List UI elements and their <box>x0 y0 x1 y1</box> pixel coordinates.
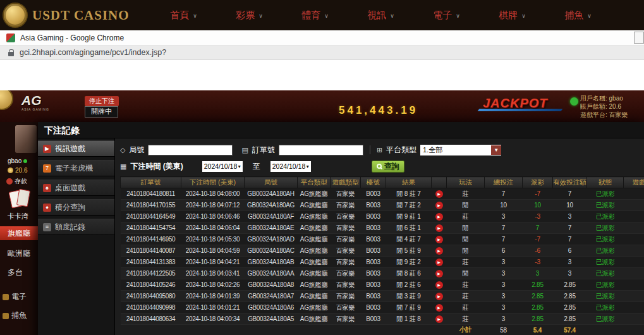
flagship-hall-button[interactable]: 旗艦廳 <box>0 226 38 240</box>
chevron-down-icon: ∨ <box>390 13 394 19</box>
nav-item[interactable]: 體育∨ <box>283 9 348 21</box>
cell-payout: -6 <box>523 245 553 257</box>
replay-icon[interactable]: ▶ <box>435 304 443 312</box>
date-to-field[interactable]: 2024/10/18 ▼ <box>270 161 311 172</box>
menu-item-slot[interactable]: 7電子老虎機 <box>38 160 114 176</box>
cell-table_no: B003 <box>361 257 386 268</box>
cell-game: 百家樂 <box>331 314 361 325</box>
spacer <box>587 325 624 335</box>
cell-replay: ▶ <box>432 234 447 245</box>
lobby-sidebar: gbao 20.6 存款 卡卡湾 旗艦廳 歐洲廳 多台 電子 <box>0 122 38 335</box>
nav-item[interactable]: 彩票∨ <box>217 9 283 21</box>
account-platform: 遊戲平台: 百家樂 <box>580 111 643 119</box>
replay-icon[interactable]: ▶ <box>435 259 443 266</box>
replay-icon[interactable]: ▶ <box>435 224 443 232</box>
replay-icon[interactable]: ▶ <box>435 315 443 323</box>
cell-table_no: B003 <box>361 302 386 314</box>
cell-payout: 3 <box>523 268 553 279</box>
cell-order: 241018044146950 <box>121 234 181 245</box>
cell-platform: AG旗艦廳 <box>298 302 331 314</box>
nav-item[interactable]: 視訊∨ <box>348 9 414 21</box>
menu-item-label: 電子老虎機 <box>55 163 93 174</box>
cell-result: 閒 4 莊 7 <box>386 234 432 245</box>
dropdown-arrow-icon: ▼ <box>305 164 310 169</box>
replay-icon[interactable]: ▶ <box>435 293 443 300</box>
jackpot-underline <box>478 109 563 111</box>
cell-platform: AG旗艦廳 <box>298 245 331 257</box>
cell-result: 閒 8 莊 6 <box>386 268 432 279</box>
cell-game: 百家樂 <box>331 279 361 291</box>
nav-item[interactable]: 捕魚∨ <box>545 9 611 21</box>
cell-valid: 2.85 <box>553 302 587 314</box>
cell-status: 已派彩 <box>587 268 624 279</box>
search-button[interactable]: 查詢 <box>372 161 404 173</box>
cell-replay: ▶ <box>432 302 447 314</box>
cell-order: 241018044154754 <box>121 222 181 234</box>
nav-item[interactable]: 電子∨ <box>414 9 480 21</box>
cell-bet: 3 <box>485 302 523 314</box>
address-bar[interactable]: gci.2hhapi.com/agingame/pcv1/index.jsp? <box>0 46 644 60</box>
replay-icon[interactable]: ▶ <box>435 190 443 198</box>
subtotal-label: 小計 <box>447 325 485 335</box>
round-number-input[interactable] <box>148 145 233 155</box>
cell-result: 閒 6 莊 1 <box>386 222 432 234</box>
lobby-balance: 20.6 <box>8 167 27 174</box>
platform-type-icon: ⊞ <box>377 146 382 154</box>
cell-round: GB00324A180AD <box>245 234 298 245</box>
cell-valid: 3 <box>553 257 587 268</box>
avatar[interactable] <box>15 125 37 153</box>
dropdown-arrow-icon: ▼ <box>237 164 241 169</box>
replay-icon[interactable]: ▶ <box>435 213 443 221</box>
cell-order: 241018044095080 <box>121 291 181 302</box>
order-number-input[interactable] <box>279 145 363 155</box>
cell-extra <box>624 211 644 222</box>
cell-valid: 6 <box>553 245 587 257</box>
nav-item-label: 首頁 <box>170 9 189 21</box>
brand[interactable]: USDT CASINO <box>0 3 130 28</box>
cell-game: 百家樂 <box>331 268 361 279</box>
date-from-field[interactable]: 2024/10/18 ▼ <box>202 161 243 172</box>
nav-item[interactable]: 棋牌∨ <box>480 9 545 21</box>
table-row: 2410180440909982024-10-18 04:01:21GB0032… <box>121 302 644 314</box>
menu-item-quota[interactable]: ≡額度記錄 <box>38 219 114 235</box>
cell-time: 2024-10-18 04:04:21 <box>181 257 245 268</box>
cell-table_no: B003 <box>361 245 386 257</box>
cell-order: 241018044164549 <box>121 211 181 222</box>
chevron-down-icon: ∨ <box>587 13 592 19</box>
lobby-item-europe[interactable]: 歐洲廳 <box>8 248 30 259</box>
cell-time: 2024-10-18 04:03:41 <box>181 268 245 279</box>
menu-item-points[interactable]: ♦積分查詢 <box>38 199 114 216</box>
table-row: 2410180440806342024-10-18 04:00:34GB0032… <box>121 314 644 325</box>
lobby-item-electronic[interactable]: 電子 <box>3 291 27 302</box>
platform-select[interactable]: 1.全部 ▼ <box>420 145 501 155</box>
window-control[interactable] <box>634 32 644 44</box>
replay-icon[interactable]: ▶ <box>435 281 443 289</box>
lobby-item-fishing[interactable]: 捕魚 <box>3 310 27 321</box>
cell-payout: 2.85 <box>523 279 553 291</box>
column-header: 玩法 <box>447 177 485 188</box>
cell-table_no: B003 <box>361 314 386 325</box>
cell-extra <box>624 245 644 257</box>
video-icon: ▶ <box>43 145 51 153</box>
cell-table_no: B003 <box>361 188 386 200</box>
cell-table_no: B003 <box>361 211 386 222</box>
cell-game: 百家樂 <box>331 211 361 222</box>
column-header: 總投注 <box>485 177 523 188</box>
menu-item-video[interactable]: ▶視訊遊戲 <box>38 140 114 157</box>
replay-icon[interactable]: ▶ <box>435 202 443 209</box>
deposit-button[interactable]: 存款 <box>6 177 27 186</box>
replay-icon[interactable]: ▶ <box>435 247 443 255</box>
replay-icon[interactable]: ▶ <box>435 270 443 277</box>
column-header: 遊戲類型 <box>331 177 361 188</box>
lobby-item-multi[interactable]: 多台 <box>8 267 23 278</box>
cell-time: 2024-10-18 04:01:21 <box>181 302 245 314</box>
cell-bet: 3 <box>485 279 523 291</box>
cell-valid: 2.85 <box>553 291 587 302</box>
menu-item-table[interactable]: ♠桌面遊戲 <box>38 180 114 196</box>
nav-item[interactable]: 首頁∨ <box>151 9 217 21</box>
cell-bet: 3 <box>485 314 523 325</box>
replay-icon[interactable]: ▶ <box>435 236 443 243</box>
lobby-room-label[interactable]: 卡卡湾 <box>8 212 28 221</box>
calendar-icon: ▦ <box>120 162 126 171</box>
cell-status: 已派彩 <box>587 200 624 211</box>
